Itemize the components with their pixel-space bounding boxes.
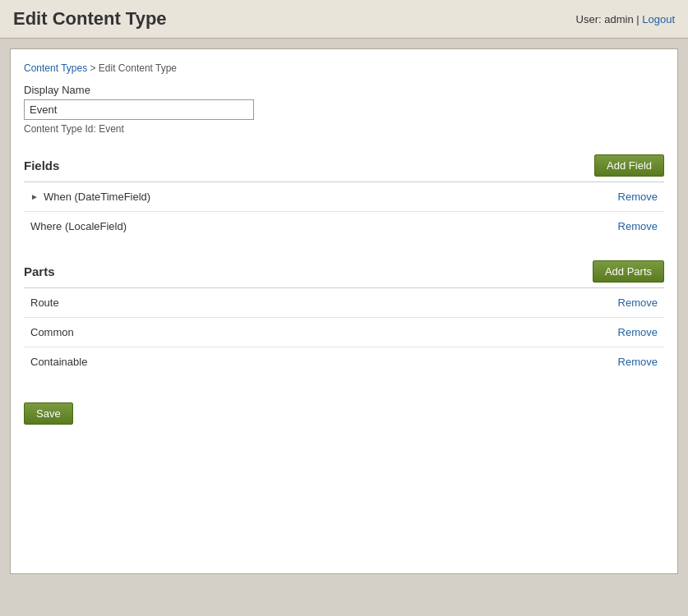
- field-name: ► When (DateTimeField): [30, 191, 150, 203]
- page-header: Edit Content Type User: admin | Logout: [0, 0, 688, 39]
- save-section: Save: [24, 396, 664, 425]
- user-label: User: admin: [576, 13, 634, 25]
- parts-section-header: Parts Add Parts: [24, 260, 664, 288]
- part-name: Common: [30, 326, 74, 338]
- breadcrumb-separator: >: [90, 62, 99, 74]
- breadcrumb-current: Edit Content Type: [99, 62, 177, 74]
- field-row: Where (LocaleField) Remove: [24, 212, 664, 241]
- field-row: ► When (DateTimeField) Remove: [24, 182, 664, 212]
- parts-section-title: Parts: [24, 264, 55, 278]
- remove-part-link[interactable]: Remove: [618, 356, 658, 368]
- part-name: Route: [30, 297, 59, 309]
- field-name: Where (LocaleField): [30, 220, 127, 232]
- remove-part-link[interactable]: Remove: [618, 297, 658, 309]
- part-label: Route: [30, 297, 59, 309]
- save-button[interactable]: Save: [24, 402, 73, 425]
- fields-section-header: Fields Add Field: [24, 154, 664, 182]
- fields-section-title: Fields: [24, 159, 59, 172]
- main-container: Content Types > Edit Content Type Displa…: [10, 48, 678, 574]
- field-label: Where (LocaleField): [30, 220, 127, 232]
- display-name-group: Display Name Content Type Id: Event: [24, 84, 664, 135]
- user-info: User: admin | Logout: [576, 13, 675, 25]
- add-parts-button[interactable]: Add Parts: [593, 260, 664, 283]
- breadcrumb: Content Types > Edit Content Type: [24, 62, 664, 74]
- content-type-id: Content Type Id: Event: [24, 123, 664, 135]
- chevron-right-icon[interactable]: ►: [30, 192, 39, 201]
- add-field-button[interactable]: Add Field: [594, 154, 664, 177]
- remove-part-link[interactable]: Remove: [618, 326, 658, 338]
- part-label: Common: [30, 326, 74, 338]
- fields-section: Fields Add Field ► When (DateTimeField) …: [24, 154, 664, 241]
- display-name-label: Display Name: [24, 84, 664, 96]
- breadcrumb-parent-link[interactable]: Content Types: [24, 62, 87, 74]
- part-label: Containable: [30, 356, 87, 368]
- part-row: Containable Remove: [24, 347, 664, 376]
- parts-section: Parts Add Parts Route Remove Common Remo…: [24, 260, 664, 376]
- display-name-input[interactable]: [24, 99, 254, 120]
- remove-field-link[interactable]: Remove: [618, 220, 658, 232]
- part-row: Common Remove: [24, 318, 664, 347]
- logout-link[interactable]: Logout: [642, 13, 675, 25]
- field-label: When (DateTimeField): [44, 191, 150, 203]
- separator: |: [634, 13, 643, 25]
- part-row: Route Remove: [24, 288, 664, 318]
- page-title: Edit Content Type: [13, 8, 167, 30]
- part-name: Containable: [30, 356, 87, 368]
- remove-field-link[interactable]: Remove: [618, 191, 658, 203]
